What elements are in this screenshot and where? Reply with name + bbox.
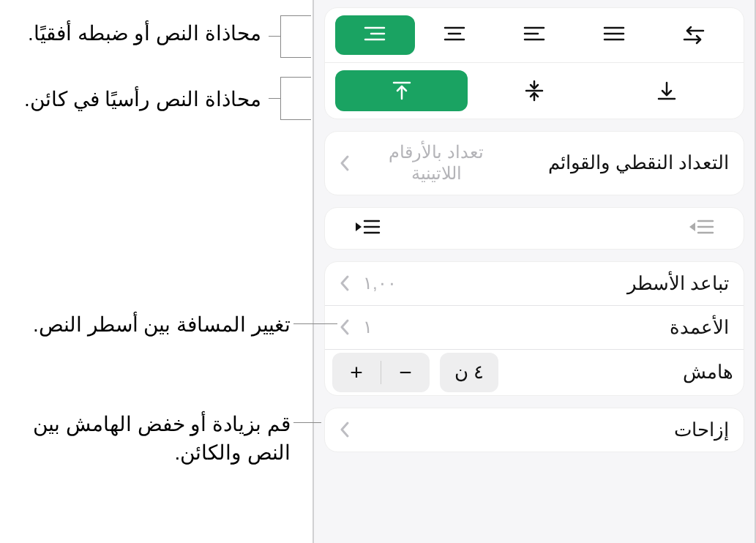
bullets-lists-label: التعداد النقطي والقوائم	[548, 151, 729, 174]
horizontal-alignment-row	[325, 8, 744, 63]
indent-card	[324, 207, 744, 250]
insets-row[interactable]: إزاحات	[325, 408, 744, 452]
callouts-layer: محاذاة النص أو ضبطه أفقيًا. محاذاة النص …	[0, 0, 312, 543]
margin-value: ٤ ن	[440, 353, 498, 392]
spacing-card: ١,٠٠ تباعد الأسطر ١ الأعمدة + − ٤ ن	[324, 261, 744, 396]
align-justify-button[interactable]	[574, 15, 654, 55]
writing-direction-button[interactable]	[654, 15, 733, 55]
valign-bottom-button[interactable]	[601, 70, 733, 111]
svg-marker-28	[689, 222, 695, 231]
line-spacing-row[interactable]: ١,٠٠ تباعد الأسطر	[325, 262, 744, 306]
margin-row: + − ٤ ن هامش	[325, 350, 744, 395]
align-right-button[interactable]	[335, 15, 415, 55]
callout-valign: محاذاة النص رأسيًا في كائن.	[5, 85, 261, 113]
callout-linespace: تغيير المسافة بين أسطر النص.	[5, 310, 291, 339]
align-left-button[interactable]	[495, 15, 575, 55]
bullets-lists-value: تعداد بالأرقام اللاتينية	[363, 142, 509, 184]
bullets-lists-row[interactable]: تعداد بالأرقام اللاتينية التعداد النقطي …	[325, 132, 744, 195]
alignment-card	[324, 7, 744, 119]
columns-label: الأعمدة	[670, 316, 729, 339]
chevron-left-icon	[340, 421, 350, 438]
svg-marker-24	[356, 222, 362, 231]
line-spacing-value: ١,٠٠	[363, 273, 397, 293]
margin-increase-button[interactable]: +	[332, 353, 381, 392]
align-center-button[interactable]	[415, 15, 495, 55]
format-sidebar: تعداد بالأرقام اللاتينية التعداد النقطي …	[312, 0, 756, 543]
increase-indent-button[interactable]	[688, 218, 714, 239]
chevron-left-icon	[340, 318, 350, 336]
callout-margin: قم بزيادة أو خفض الهامش بين النص والكائن…	[5, 410, 291, 467]
columns-value: ١	[363, 317, 373, 337]
bullets-lists-card: تعداد بالأرقام اللاتينية التعداد النقطي …	[324, 131, 744, 195]
line-spacing-label: تباعد الأسطر	[627, 272, 729, 295]
margin-stepper: + −	[332, 353, 430, 392]
callout-halign: محاذاة النص أو ضبطه أفقيًا.	[5, 19, 261, 48]
valign-middle-button[interactable]	[468, 70, 600, 111]
vertical-alignment-row	[325, 63, 744, 119]
chevron-left-icon	[340, 274, 350, 292]
margin-label: هامش	[683, 361, 733, 383]
insets-label: إزاحات	[674, 419, 729, 441]
margin-decrease-button[interactable]: −	[381, 353, 430, 392]
valign-top-button[interactable]	[335, 70, 468, 111]
insets-card: إزاحات	[324, 408, 744, 452]
decrease-indent-button[interactable]	[354, 218, 381, 239]
columns-row[interactable]: ١ الأعمدة	[325, 306, 744, 350]
chevron-left-icon	[340, 154, 350, 172]
